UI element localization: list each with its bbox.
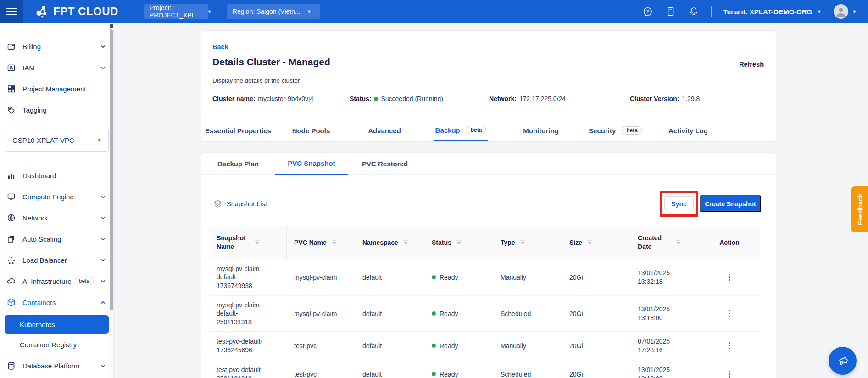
subtab-pvc-restored[interactable]: PVC Restored (348, 153, 422, 175)
tab-activity-log[interactable]: Activity Log (667, 120, 710, 141)
sidebar-item-label: Network (22, 214, 48, 222)
row-actions-kebab-icon[interactable] (726, 271, 733, 284)
info-value: Succeeded (Running) (381, 95, 443, 102)
cell-action (699, 307, 760, 320)
cell-action (699, 368, 760, 378)
column-label: Namespace (362, 239, 398, 246)
cluster-name-info: Cluster name: mycluster-9b4v0vj4 (212, 95, 313, 102)
tab-label: Monitoring (523, 127, 558, 135)
sidebar-item-database-platform[interactable]: Database Platform (0, 355, 113, 376)
project-select[interactable]: Project: PROJECT_XPL... ▼ (144, 4, 208, 19)
hamburger-menu-button[interactable] (0, 0, 23, 23)
documentation-icon[interactable] (665, 6, 676, 17)
beta-badge: beta (467, 126, 486, 134)
cell-pvc-name: test-pvc (287, 342, 355, 350)
fpt-cloud-logo: FPT CLOUD (34, 5, 118, 18)
sidebar-item-tagging[interactable]: Tagging (0, 99, 113, 120)
filter-icon[interactable] (254, 239, 261, 246)
sidebar-item-containers[interactable]: Containers (0, 292, 113, 313)
sidebar-item-label: Load Balancer (22, 256, 67, 264)
sidebar-item-billing[interactable]: Billing (0, 36, 113, 57)
beta-badge: beta (622, 126, 642, 135)
load-balancer-icon (6, 255, 16, 265)
tenant-label: Tenant: XPLAT-DEMO-ORG (723, 8, 812, 16)
auto-scaling-icon (6, 234, 16, 244)
column-label: Status (432, 239, 451, 246)
sidebar-item-auto-scaling[interactable]: Auto Scaling (0, 228, 113, 249)
tenant-menu[interactable]: Tenant: XPLAT-DEMO-ORG ▼ (723, 8, 822, 16)
info-label: Cluster Version: (630, 95, 679, 102)
pvc-snapshot-card: Backup Plan PVC Snapshot PVC Restored Sn… (201, 152, 776, 378)
compute-engine-icon (6, 192, 16, 202)
chevron-down-icon: ▼ (852, 9, 857, 14)
filter-icon[interactable] (519, 239, 526, 246)
chevron-down-icon: ▼ (306, 9, 312, 14)
sidebar-item-load-balancer[interactable]: Load Balancer (0, 249, 113, 271)
cell-pvc-name: mysql-pv-claim (287, 274, 355, 281)
column-label: Action (719, 239, 740, 246)
row-actions-kebab-icon[interactable] (726, 339, 733, 352)
refresh-button[interactable]: Refresh (739, 61, 764, 68)
tab-backup[interactable]: Backup beta (434, 120, 488, 141)
sidebar-item-iam[interactable]: IAM (0, 57, 113, 78)
top-navbar: FPT CLOUD Project: PROJECT_XPL... ▼ Regi… (0, 0, 868, 23)
sidebar-item-ai-infrastructure[interactable]: AI Infrastructure beta (0, 271, 113, 292)
cluster-info-row: Cluster name: mycluster-9b4v0vj4 Status:… (201, 95, 776, 104)
row-actions-kebab-icon[interactable] (726, 307, 733, 320)
filter-icon[interactable] (331, 239, 338, 246)
project-management-icon (6, 84, 16, 94)
chevron-down-icon: ▼ (817, 9, 822, 14)
sidebar-item-kubernetes-selected[interactable]: Kubernetes (5, 315, 109, 334)
subtab-label: PVC Snapshot (288, 159, 335, 167)
sidebar-item-project-management[interactable]: Project Management (0, 78, 113, 99)
sidebar-item-dashboard[interactable]: Dashboard (0, 165, 113, 186)
scrollbar-arrow[interactable] (110, 24, 113, 28)
sidebar-item-label: Kubernetes (20, 321, 55, 328)
info-value: 1.29.8 (682, 95, 700, 102)
cell-status: Ready (424, 274, 493, 281)
chevron-down-icon (100, 236, 106, 242)
tab-essential-properties[interactable]: Essential Properties (203, 120, 273, 141)
status-green-dot (374, 97, 378, 101)
back-link[interactable]: Back (212, 43, 228, 51)
subtab-pvc-snapshot[interactable]: PVC Snapshot (275, 153, 348, 175)
feedback-label: Feedback (856, 193, 864, 225)
vpc-select[interactable]: OSP10-XPLAT-VPC ▼ (5, 129, 109, 152)
sidebar: Billing IAM Project Management Tagging O… (0, 23, 114, 378)
sidebar-item-compute-engine[interactable]: Compute Engine (0, 186, 113, 207)
notifications-bell-icon[interactable] (688, 6, 699, 17)
row-actions-kebab-icon[interactable] (726, 368, 733, 378)
sync-button[interactable]: Sync (664, 196, 694, 211)
cell-created-date: 13/01/2025 13:18:00 (630, 305, 699, 322)
filter-icon[interactable] (402, 239, 409, 246)
table-header-row: Snapshot Name PVC Name Namespace Status … (209, 226, 760, 259)
user-menu[interactable]: ▼ (834, 4, 857, 19)
column-label: Size (569, 239, 582, 246)
tab-security[interactable]: Security beta (587, 120, 644, 141)
scrollbar-thumb[interactable] (110, 29, 113, 310)
sidebar-scrollbar[interactable] (109, 23, 113, 378)
tab-label: Essential Properties (205, 127, 271, 135)
iam-icon (6, 63, 16, 73)
cluster-version-info: Cluster Version: 1.29.8 (630, 95, 700, 102)
cell-snapshot-name: mysql-pv-claim- default- 1736749938 (209, 265, 287, 290)
filter-icon[interactable] (675, 239, 682, 246)
announcement-fab[interactable] (829, 347, 857, 375)
create-snapshot-button[interactable]: Create Snapshot (700, 195, 761, 212)
sidebar-item-label: IAM (22, 64, 35, 72)
subtab-backup-plan[interactable]: Backup Plan (201, 153, 275, 175)
filter-icon[interactable] (586, 239, 593, 246)
column-header-status: Status (424, 226, 493, 259)
cell-type: Scheduled (493, 371, 562, 378)
column-header-pvc-name: PVC Name (287, 226, 355, 259)
tab-advanced[interactable]: Advanced (366, 120, 403, 141)
region-select[interactable]: Region: Saigon (Vietn... ▼ (227, 4, 320, 19)
sidebar-item-container-registry[interactable]: Container Registry (0, 334, 113, 355)
feedback-tab[interactable]: Feedback (851, 186, 868, 232)
tab-monitoring[interactable]: Monitoring (521, 120, 560, 141)
sidebar-item-network[interactable]: Network (0, 207, 113, 228)
tab-node-pools[interactable]: Node Pools (290, 120, 332, 141)
hamburger-icon (6, 6, 17, 17)
support-help-icon[interactable]: ? (642, 6, 653, 17)
filter-icon[interactable] (456, 239, 462, 246)
